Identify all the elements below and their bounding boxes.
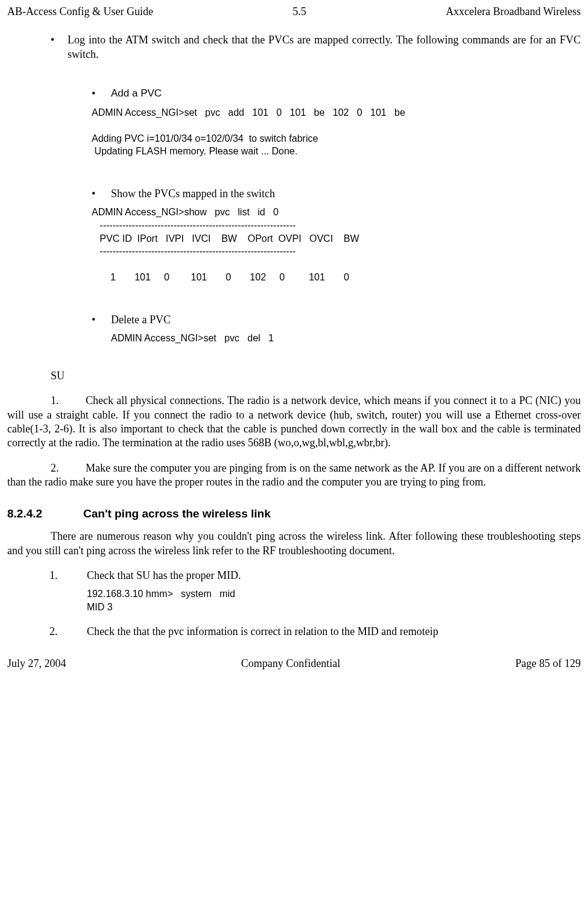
page-content: • Log into the ATM switch and check that… (7, 21, 581, 639)
item-number: 1. (51, 394, 86, 408)
add-pvc-code: ADMIN Access_NGI>set pvc add 101 0 101 b… (92, 106, 581, 158)
section-number: 8.2.4.2 (7, 507, 83, 522)
su-item-2: 2.Make sure the computer you are pinging… (7, 461, 581, 490)
su-item-1: 1.Check all physical connections. The ra… (7, 394, 581, 450)
section-title: Can't ping across the wireless link (83, 507, 271, 522)
step-1: 1. Check that SU has the proper MID. (7, 569, 581, 583)
bullet-dot: • (92, 87, 111, 101)
show-pvc-code: ADMIN Access_NGI>show pvc list id 0 ----… (92, 206, 581, 284)
su-heading: SU (51, 369, 581, 383)
bullet-dot: • (51, 33, 68, 62)
main-bullet-text: Log into the ATM switch and check that t… (68, 33, 581, 62)
delete-pvc-code: ADMIN Access_NGI>set pvc del 1 (111, 332, 581, 345)
main-bullet: • Log into the ATM switch and check that… (51, 33, 581, 62)
step-number: 1. (49, 569, 87, 583)
section-heading: 8.2.4.2 Can't ping across the wireless l… (7, 507, 581, 522)
header-left: AB-Access Config & User Guide (7, 5, 153, 19)
step-1-text: Check that SU has the proper MID. (87, 569, 241, 583)
step-1-code: 192.168.3.10 hmm> system mid MID 3 (87, 587, 581, 613)
header-center: 5.5 (292, 5, 306, 19)
su-item-1-text: Check all physical connections. The radi… (7, 394, 581, 449)
show-pvc-title: Show the PVCs mapped in the switch (111, 187, 275, 201)
page-header: AB-Access Config & User Guide 5.5 Axxcel… (7, 0, 581, 21)
footer-center: Company Confidential (241, 657, 340, 671)
footer-right: Page 85 of 129 (516, 657, 581, 671)
add-pvc-title: Add a PVC (111, 87, 162, 101)
su-item-2-text: Make sure the computer you are pinging f… (7, 462, 581, 488)
item-number: 2. (51, 461, 86, 475)
page-footer: July 27, 2004 Company Confidential Page … (7, 639, 581, 677)
step-2-text: Check the that the pvc information is co… (87, 625, 438, 639)
show-pvc-bullet: • Show the PVCs mapped in the switch (92, 187, 581, 201)
bullet-dot: • (92, 313, 111, 327)
step-2: 2. Check the that the pvc information is… (7, 625, 581, 639)
header-right: Axxcelera Broadband Wireless (446, 5, 581, 19)
add-pvc-bullet: • Add a PVC (92, 87, 581, 101)
section-paragraph-text: There are numerous reason why you couldn… (7, 530, 581, 556)
bullet-dot: • (92, 187, 111, 201)
section-paragraph: There are numerous reason why you couldn… (7, 530, 581, 558)
delete-pvc-bullet: • Delete a PVC (92, 313, 581, 327)
footer-left: July 27, 2004 (7, 657, 66, 671)
delete-pvc-title: Delete a PVC (111, 313, 171, 327)
step-number: 2. (49, 625, 87, 639)
